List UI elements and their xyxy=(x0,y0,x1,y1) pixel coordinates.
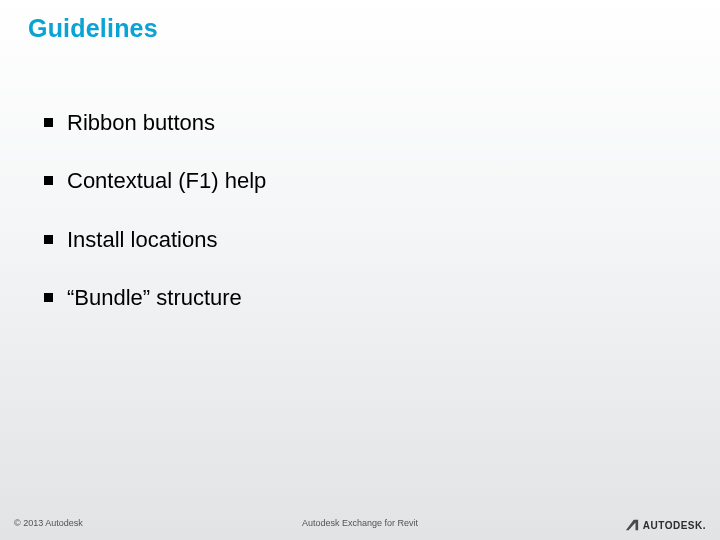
footer-subtitle: Autodesk Exchange for Revit xyxy=(0,518,720,528)
footer-brand-text: AUTODESK. xyxy=(643,520,706,531)
slide: Guidelines Ribbon buttons Contextual (F1… xyxy=(0,0,720,540)
bullet-icon xyxy=(44,235,53,244)
bullet-list: Ribbon buttons Contextual (F1) help Inst… xyxy=(44,110,680,344)
list-item-text: Contextual (F1) help xyxy=(67,168,266,194)
list-item: Ribbon buttons xyxy=(44,110,680,136)
footer-brand: AUTODESK. xyxy=(625,518,706,532)
autodesk-logo-icon xyxy=(625,518,639,532)
list-item: “Bundle” structure xyxy=(44,285,680,311)
bullet-icon xyxy=(44,176,53,185)
slide-title: Guidelines xyxy=(28,14,158,43)
bullet-icon xyxy=(44,118,53,127)
list-item: Contextual (F1) help xyxy=(44,168,680,194)
bullet-icon xyxy=(44,293,53,302)
list-item-text: Install locations xyxy=(67,227,217,253)
list-item: Install locations xyxy=(44,227,680,253)
list-item-text: “Bundle” structure xyxy=(67,285,242,311)
list-item-text: Ribbon buttons xyxy=(67,110,215,136)
